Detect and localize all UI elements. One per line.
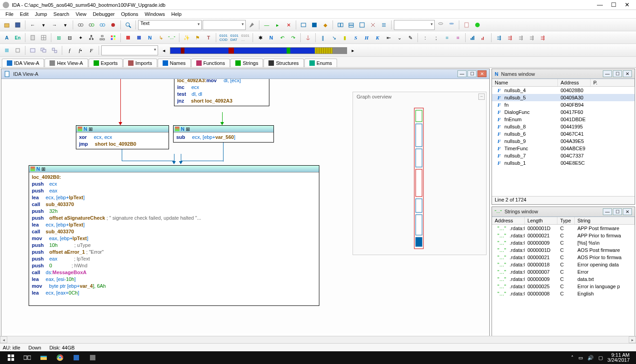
menu-file[interactable]: File: [3, 10, 16, 18]
struct-icon[interactable]: ◆: [320, 20, 330, 30]
tab-exports[interactable]: Exports: [89, 59, 123, 67]
wand-icon[interactable]: ✨: [182, 33, 192, 43]
flag-icon[interactable]: ⚑: [193, 33, 203, 43]
record-icon[interactable]: [472, 20, 482, 30]
anchor-icon[interactable]: [303, 33, 313, 43]
colon-icon[interactable]: :: [420, 33, 430, 43]
tab-structures[interactable]: Structures: [263, 59, 303, 67]
pause-icon[interactable]: ‖: [318, 33, 328, 43]
xref3-icon[interactable]: ⇶: [516, 33, 526, 43]
tree-icon[interactable]: ⊞: [54, 33, 64, 43]
xref5-icon[interactable]: ⇶: [537, 33, 547, 43]
strings-row[interactable]: "…".rdata:0...0000001DCAOS Post firmware: [492, 246, 635, 254]
strings-row[interactable]: "…".rdata:0...00000009C[%s] %s\n: [492, 239, 635, 246]
nav-left-icon[interactable]: ◂: [159, 45, 169, 55]
tab-enums[interactable]: Enums: [304, 59, 337, 67]
window2-icon[interactable]: [39, 45, 49, 55]
db2-icon[interactable]: [447, 20, 457, 30]
col-p[interactable]: P.: [591, 79, 635, 86]
bug-icon[interactable]: [108, 20, 118, 30]
yellow-icon[interactable]: ▮: [340, 33, 350, 43]
strings-row[interactable]: "…".rdata:0...00000009Cdata.txt: [492, 275, 635, 283]
tab-imports[interactable]: Imports: [123, 59, 157, 67]
chart-icon[interactable]: [468, 33, 478, 43]
debugger-combo[interactable]: [394, 20, 435, 30]
names-row[interactable]: Fnullsub_7004C7337: [492, 152, 635, 159]
names-row[interactable]: Fnullsub_4004028B0: [492, 87, 635, 94]
col-string[interactable]: String: [575, 217, 635, 224]
forward-icon[interactable]: →: [50, 20, 60, 30]
chrome-icon[interactable]: [52, 351, 68, 364]
star-icon[interactable]: ✦: [75, 33, 85, 43]
expand-icon[interactable]: ⌄: [394, 33, 404, 43]
dropdown-icon[interactable]: ▾: [39, 20, 49, 30]
tab-ida-view-a[interactable]: IDA View-A: [2, 59, 44, 67]
fn-icon[interactable]: f: [65, 45, 75, 55]
tray-notifications-icon[interactable]: ▢: [598, 355, 603, 361]
graph-overview-collapse-button[interactable]: –: [478, 93, 485, 100]
tree3-icon[interactable]: [86, 33, 96, 43]
xref1-icon[interactable]: ⇶: [494, 33, 504, 43]
graph-overview[interactable]: Graph overview –: [353, 92, 487, 255]
window1-icon[interactable]: [28, 45, 38, 55]
window-icon[interactable]: [298, 20, 308, 30]
strings-row[interactable]: "…".rdata:0...00000021CAPP Prior to firm…: [492, 232, 635, 239]
nav-right-icon[interactable]: ▸: [348, 45, 358, 55]
list-icon[interactable]: [379, 20, 389, 30]
xref4-icon[interactable]: ⇶: [527, 33, 537, 43]
zoom-icon[interactable]: [123, 20, 133, 30]
menu-search[interactable]: Search: [51, 10, 72, 18]
col-type[interactable]: Type: [557, 217, 575, 224]
pane-maximize-button[interactable]: ☐: [613, 70, 622, 77]
close-button[interactable]: ✕: [625, 1, 630, 8]
pane-close-button[interactable]: ✕: [623, 70, 632, 77]
pane-maximize-button[interactable]: ☐: [467, 70, 477, 77]
highlight-icon[interactable]: [247, 20, 257, 30]
arrow-right-icon[interactable]: ▸: [273, 20, 283, 30]
taskview-icon[interactable]: [19, 351, 35, 364]
back-icon[interactable]: ←: [28, 20, 38, 30]
tray-network-icon[interactable]: ▭: [578, 355, 583, 361]
fn3-icon[interactable]: F: [86, 45, 96, 55]
tab-names[interactable]: Names: [158, 59, 191, 67]
menu-view[interactable]: View: [73, 10, 89, 18]
tab-strings[interactable]: Strings: [230, 59, 263, 67]
menu-edit[interactable]: Edit: [17, 10, 31, 18]
strings-hscroll[interactable]: ◂ ▸: [0, 336, 636, 343]
matrix-icon[interactable]: [108, 33, 118, 43]
names-row[interactable]: FDialogFunc00417F60: [492, 108, 635, 116]
mark-icon[interactable]: [2, 45, 12, 55]
db-icon[interactable]: [436, 20, 446, 30]
pane-minimize-button[interactable]: —: [603, 208, 612, 215]
hash2-icon[interactable]: ⌗: [453, 33, 463, 43]
block-blue-icon[interactable]: [134, 33, 144, 43]
graph-view[interactable]: loc_4092A3:mov dl, [ecx]inc ecxtest dl, …: [1, 79, 489, 334]
note-icon[interactable]: [462, 20, 472, 30]
rename-icon[interactable]: ↳: [156, 33, 166, 43]
binoculars-data-icon[interactable]: [97, 20, 107, 30]
pane-minimize-button[interactable]: —: [457, 70, 467, 77]
strings-row[interactable]: "…".rdata:0...00000008CEnglish: [492, 290, 635, 297]
ida-view-titlebar[interactable]: IDA View-A — ☐ ✕: [1, 69, 489, 79]
block-red-icon[interactable]: [123, 33, 133, 43]
strings-row[interactable]: "…".rdata:0...00000025CError in language…: [492, 283, 635, 290]
hash-icon[interactable]: ⌗: [442, 33, 452, 43]
strings-row[interactable]: "…".rdata:0...00000021CAOS Prior to firm…: [492, 254, 635, 261]
menu-help[interactable]: Help: [169, 10, 184, 18]
pane-close-button[interactable]: ✕: [477, 70, 487, 77]
menu-debugger[interactable]: Debugger: [90, 10, 117, 18]
code-icon[interactable]: 0101COD: [219, 33, 229, 43]
layout3-icon[interactable]: [357, 20, 367, 30]
layout-icon[interactable]: [335, 20, 345, 30]
calc-icon[interactable]: [28, 33, 38, 43]
explorer-icon[interactable]: [35, 351, 52, 364]
col-address[interactable]: Address: [558, 79, 591, 86]
data-icon[interactable]: 0101DAT: [229, 33, 239, 43]
strings-row[interactable]: "…".rdata:0...00000018CError opening dat…: [492, 261, 635, 268]
navigation-bar[interactable]: [170, 47, 347, 54]
strings-row[interactable]: "…".rdata:0...00000007CError: [492, 268, 635, 275]
tab-hex-view-a[interactable]: Hex View-A: [45, 59, 88, 67]
strings-list[interactable]: "…".rdata:0...0000001DCAPP Post firmware…: [492, 225, 635, 342]
scroll-right-button[interactable]: ▸: [629, 336, 636, 343]
collapse-icon[interactable]: ⇤: [383, 33, 393, 43]
